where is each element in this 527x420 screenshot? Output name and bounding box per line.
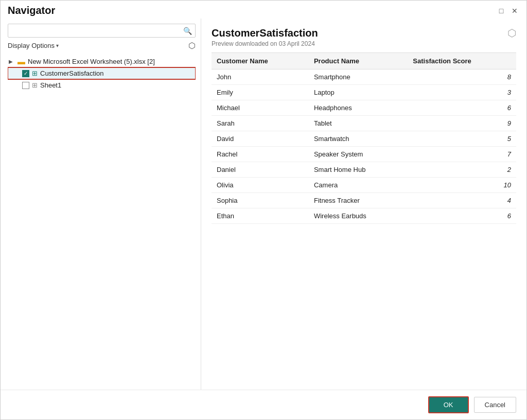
col-header-customer: Customer Name <box>212 53 309 69</box>
cell-product: Smartwatch <box>309 131 408 147</box>
table-row: DanielSmart Home Hub2 <box>212 162 516 178</box>
tree-item-sheet1[interactable]: ⊞ Sheet1 <box>8 79 196 91</box>
cell-customer: Rachel <box>212 147 309 162</box>
preview-export-icon[interactable]: ⬡ <box>507 27 516 39</box>
table-row: DavidSmartwatch5 <box>212 131 516 147</box>
col-header-product: Product Name <box>309 53 408 69</box>
table-row: MichaelHeadphones6 <box>212 100 516 116</box>
tree-item-label-customer-satisfaction: CustomerSatisfaction <box>40 69 104 77</box>
search-icon[interactable]: 🔍 <box>183 27 192 35</box>
left-panel: 🔍 Display Options ▾ ⬡ ▶ ▬ New Microsoft … <box>1 19 201 390</box>
cell-score: 2 <box>408 162 516 178</box>
chevron-down-icon: ▾ <box>56 43 59 48</box>
table-row: EthanWireless Earbuds6 <box>212 208 516 224</box>
col-header-score: Satisfaction Score <box>408 53 516 69</box>
cell-customer: Sophia <box>212 193 309 208</box>
window-title: Navigator <box>8 5 55 16</box>
table-row: SophiaFitness Tracker4 <box>212 193 516 208</box>
tree-root-label: New Microsoft Excel Worksheet (5).xlsx [… <box>28 58 155 65</box>
cell-product: Headphones <box>309 100 408 116</box>
minimize-button[interactable]: □ <box>497 6 506 15</box>
cell-score: 7 <box>408 147 516 162</box>
checkbox-sheet1[interactable] <box>22 82 29 89</box>
right-panel: CustomerSatisfaction Preview downloaded … <box>201 19 526 390</box>
checkbox-customer-satisfaction[interactable]: ✓ <box>22 70 29 77</box>
file-tree: ▶ ▬ New Microsoft Excel Worksheet (5).xl… <box>8 56 196 384</box>
cell-customer: David <box>212 131 309 147</box>
preview-subtitle: Preview downloaded on 03 April 2024 <box>212 40 318 47</box>
cancel-button[interactable]: Cancel <box>474 397 516 413</box>
content-area: 🔍 Display Options ▾ ⬡ ▶ ▬ New Microsoft … <box>1 19 526 390</box>
table-row: SarahTablet9 <box>212 116 516 131</box>
cell-customer: Ethan <box>212 208 309 224</box>
preview-title: CustomerSatisfaction <box>212 27 318 39</box>
cell-customer: Sarah <box>212 116 309 131</box>
table-header-row: Customer Name Product Name Satisfaction … <box>212 53 516 69</box>
tree-item-customer-satisfaction[interactable]: ✓ ⊞ CustomerSatisfaction <box>8 67 196 79</box>
display-options-row: Display Options ▾ ⬡ <box>8 41 196 50</box>
cell-customer: Olivia <box>212 178 309 193</box>
cell-product: Smart Home Hub <box>309 162 408 178</box>
display-options-button[interactable]: Display Options ▾ <box>8 42 59 49</box>
tree-item-label-sheet1: Sheet1 <box>40 81 61 89</box>
cell-product: Speaker System <box>309 147 408 162</box>
cell-product: Laptop <box>309 85 408 100</box>
search-input[interactable] <box>11 25 183 36</box>
table-icon-sheet1: ⊞ <box>32 81 38 89</box>
close-button[interactable]: ✕ <box>510 6 519 15</box>
title-bar: Navigator □ ✕ <box>1 1 526 19</box>
table-row: EmilyLaptop3 <box>212 85 516 100</box>
cell-product: Wireless Earbuds <box>309 208 408 224</box>
cell-score: 8 <box>408 69 516 85</box>
display-options-label: Display Options <box>8 42 55 49</box>
cell-score: 9 <box>408 116 516 131</box>
cell-score: 5 <box>408 131 516 147</box>
navigator-window: Navigator □ ✕ 🔍 Display Options ▾ ⬡ <box>0 0 527 420</box>
table-icon-customer-satisfaction: ⊞ <box>32 69 38 77</box>
cell-customer: Daniel <box>212 162 309 178</box>
cell-customer: Michael <box>212 100 309 116</box>
title-bar-controls: □ ✕ <box>497 6 519 15</box>
table-row: JohnSmartphone8 <box>212 69 516 85</box>
table-row: OliviaCamera10 <box>212 178 516 193</box>
cell-score: 6 <box>408 208 516 224</box>
search-box: 🔍 <box>8 24 196 38</box>
cell-score: 10 <box>408 178 516 193</box>
cell-score: 6 <box>408 100 516 116</box>
table-row: RachelSpeaker System7 <box>212 147 516 162</box>
cell-product: Smartphone <box>309 69 408 85</box>
ok-button[interactable]: OK <box>428 396 469 413</box>
data-table: Customer Name Product Name Satisfaction … <box>212 52 516 224</box>
cell-score: 4 <box>408 193 516 208</box>
cell-product: Fitness Tracker <box>309 193 408 208</box>
tree-root-folder[interactable]: ▶ ▬ New Microsoft Excel Worksheet (5).xl… <box>8 56 196 67</box>
cell-product: Camera <box>309 178 408 193</box>
expand-arrow-icon: ▶ <box>9 59 15 64</box>
bottom-bar: OK Cancel <box>1 390 526 419</box>
preview-title-block: CustomerSatisfaction Preview downloaded … <box>212 27 318 47</box>
cell-product: Tablet <box>309 116 408 131</box>
preview-header: CustomerSatisfaction Preview downloaded … <box>212 27 516 47</box>
folder-icon: ▬ <box>17 57 25 66</box>
cell-customer: John <box>212 69 309 85</box>
cell-customer: Emily <box>212 85 309 100</box>
export-icon[interactable]: ⬡ <box>188 41 196 50</box>
cell-score: 3 <box>408 85 516 100</box>
